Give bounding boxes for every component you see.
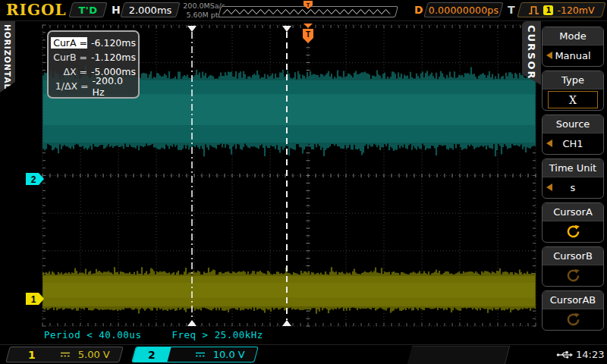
cursor-a-item-label: CursorA — [543, 203, 603, 221]
inverse-delta-x-value: -200.0 Hz — [93, 75, 136, 98]
timebase-value: 2.000ms — [129, 5, 172, 16]
cursor-a-bottom-marker — [187, 320, 197, 326]
dc-coupling-icon — [195, 351, 206, 358]
cursor-tab-label: CURSOR — [526, 25, 537, 80]
waveforms — [43, 64, 535, 314]
period-readout: Period < 40.00us — [44, 329, 141, 340]
cursor-a-value: -6.120ms — [91, 37, 136, 49]
tab-horizontal[interactable]: HORIZONTAL — [0, 21, 15, 93]
type-selected-value: X — [548, 91, 598, 108]
mode-label: Mode — [543, 27, 603, 46]
ch1-waveform-band-core — [43, 283, 535, 298]
oscilloscope-screen: T21 RIGOL T'D H 2.000ms 200.0MSa/s 5.60M… — [0, 0, 607, 364]
menu-item-mode[interactable]: Mode Manual — [542, 27, 604, 67]
time-unit-label: Time Unit — [543, 159, 603, 177]
inverse-delta-x-label: 1/ΔX = — [51, 80, 89, 92]
menu-item-cursor-a[interactable]: CursorA — [542, 202, 604, 243]
trigger-label: T — [508, 4, 515, 16]
source-label: Source — [543, 115, 603, 133]
tab-cursor-menu[interactable]: CURSOR — [522, 21, 541, 85]
channel-2-scale: 10.0 V — [213, 349, 245, 360]
svg-text:T: T — [307, 2, 310, 8]
delay-value: 0.00000000ps — [429, 5, 498, 16]
rotate-knob-icon — [566, 268, 580, 283]
cursor-b-bottom-marker — [282, 320, 291, 326]
mode-value: Manual — [555, 50, 590, 61]
channel-1-position-marker[interactable] — [26, 293, 44, 305]
trigger-level-value: -120mV — [557, 5, 594, 16]
trigger-marker-label: T — [306, 30, 310, 39]
cursor-lines — [187, 26, 291, 326]
left-arrow-icon — [546, 52, 552, 59]
ch1-waveform-band — [43, 276, 535, 306]
channel-1-badge[interactable]: 1 5.00 V — [5, 347, 124, 362]
rigol-logo: RIGOL — [6, 1, 67, 19]
memory-trigger-marker: T — [303, 0, 313, 10]
cursor-a-label: CurA = — [51, 37, 87, 49]
left-arrow-icon — [546, 140, 552, 147]
cursor-a-top-marker — [187, 26, 197, 32]
cursor-b-row: CurB = -1.120ms — [51, 50, 136, 64]
rising-edge-icon — [528, 5, 539, 15]
channel-2-badge[interactable]: 2 10.0 V — [131, 347, 259, 362]
trigger-status-badge: T'D — [68, 2, 107, 17]
trigger-status-label: T'D — [78, 5, 97, 16]
frequency-readout: Freq > 25.00kHz — [171, 329, 263, 340]
trigger-source-chip: 1 — [543, 5, 553, 15]
source-value: CH1 — [562, 138, 583, 149]
horizontal-tab-label: HORIZONTAL — [3, 24, 12, 89]
inverse-delta-x-row: 1/ΔX = -200.0 Hz — [51, 79, 136, 93]
cursor-b-top-marker — [282, 26, 291, 32]
usb-icon — [556, 350, 573, 359]
bottom-status-bar: 1 5.00 V 2 10.0 V — [0, 344, 607, 364]
left-arrow-icon — [546, 184, 552, 191]
channel-2-position-marker-label: 2 — [31, 174, 36, 185]
delay-badge: 0.00000000ps — [423, 2, 503, 17]
menu-item-cursor-ab[interactable]: CursorAB — [542, 290, 604, 331]
horizontal-label: H — [112, 4, 121, 16]
cursor-menu-panel: Mode Manual Type X Source CH1 Time Unit … — [539, 21, 607, 341]
cursor-ab-item-label: CursorAB — [543, 291, 603, 309]
delta-x-label: ΔX = — [51, 66, 87, 77]
timebase-badge: 2.000ms — [120, 2, 180, 17]
rotate-knob-icon — [566, 224, 580, 239]
trigger-settings-badge: 1 -120mV — [517, 2, 605, 17]
cursor-a-row: CurA = -6.120ms — [51, 36, 136, 50]
channel-1-scale: 5.00 V — [78, 349, 110, 360]
dc-coupling-icon — [60, 351, 71, 358]
time-unit-value: s — [571, 182, 576, 193]
delay-label: D — [414, 4, 423, 16]
menu-item-cursor-b[interactable]: CursorB — [542, 246, 604, 287]
system-clock: 14:23 — [576, 349, 604, 360]
clock-area: 14:23 — [556, 349, 604, 360]
cursor-b-item-label: CursorB — [543, 247, 603, 265]
ch1-waveform-noise — [43, 267, 535, 314]
channel-1-position-marker-label: 1 — [31, 294, 36, 305]
channel-2-position-marker[interactable] — [26, 173, 44, 185]
ch2-waveform-band-core — [43, 94, 535, 125]
cursor-readout-box: CurA = -6.120ms CurB = -1.120ms ΔX = -5.… — [47, 30, 140, 99]
cursor-b-value: -1.120ms — [91, 52, 136, 63]
top-status-bar: RIGOL T'D H 2.000ms 200.0MSa/s 5.60M pts… — [0, 0, 607, 21]
menu-item-time-unit[interactable]: Time Unit s — [542, 158, 604, 199]
type-label: Type — [543, 71, 603, 89]
channel-1-number: 1 — [28, 349, 36, 361]
hardware-counter-readout: Period < 40.00us Freq > 25.00kHz — [44, 329, 263, 340]
trigger-position-marker — [303, 29, 313, 43]
menu-item-source[interactable]: Source CH1 — [542, 115, 604, 155]
cursor-b-label: CurB = — [51, 52, 87, 63]
menu-item-type[interactable]: Type X — [542, 71, 604, 111]
blank-menu-area — [407, 346, 510, 364]
trigger-position-tip — [304, 24, 313, 28]
channel-2-number: 2 — [148, 349, 156, 361]
rotate-knob-icon — [566, 312, 580, 327]
